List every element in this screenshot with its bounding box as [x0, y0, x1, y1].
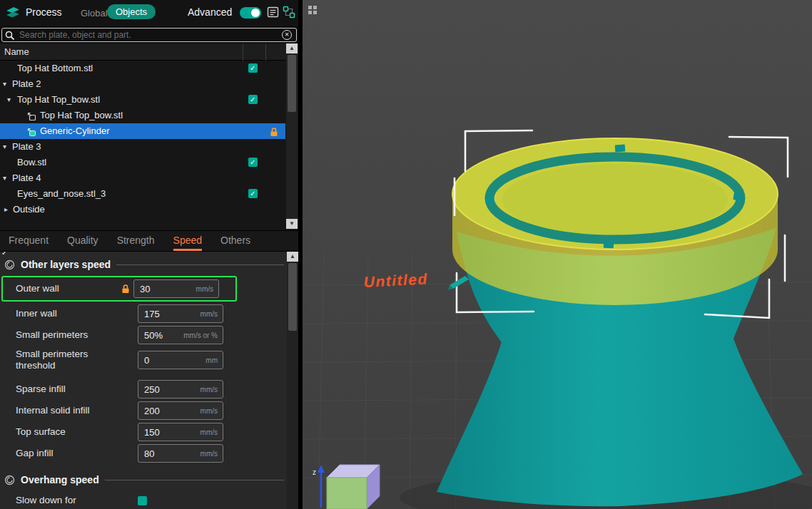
tree-column-header: Name: [0, 43, 298, 61]
scroll-up-button[interactable]: ▲: [286, 43, 298, 53]
section-overhang-speed: Overhang speed: [0, 467, 298, 490]
workflow-icon[interactable]: [283, 6, 295, 21]
advanced-label: Advanced: [188, 6, 232, 18]
param-label: Small perimeters: [16, 329, 138, 341]
plate-name-label[interactable]: Untitled: [363, 270, 469, 290]
tab-quality[interactable]: Quality: [67, 235, 98, 251]
chevron-down-icon[interactable]: ▾: [3, 139, 6, 155]
param-label: Slow down for: [16, 495, 138, 506]
param-input-box[interactable]: mm/s: [138, 444, 223, 463]
tree-item-generic-cylinder[interactable]: Generic-Cylinder: [0, 123, 285, 139]
scroll-down-button[interactable]: ▼: [286, 219, 298, 229]
param-row-sparse-infill: Sparse infill mm/s: [0, 379, 298, 400]
tree-item-label: Plate 2: [12, 76, 41, 92]
process-panel: Process Global Objects Advanced: [0, 0, 298, 509]
object-tree: Top Hat Bottom.stl ▾ Plate 2 ▾ Top Hat T…: [0, 61, 298, 230]
section-divider: [116, 264, 284, 265]
section-icon: [4, 475, 15, 485]
param-input-box[interactable]: mm/s: [133, 279, 219, 298]
tab-speed[interactable]: Speed: [173, 235, 202, 251]
mode-objects-button[interactable]: Objects: [107, 4, 156, 19]
advanced-toggle[interactable]: [240, 7, 261, 19]
scrollbar-thumb[interactable]: [288, 55, 296, 112]
slicer-app: Process Global Objects Advanced: [0, 0, 812, 509]
param-row-small-perimeters-threshold: Small perimeters threshold mm: [0, 346, 298, 374]
section-title: Overhang speed: [21, 474, 99, 485]
outer-wall-speed-input[interactable]: [134, 280, 218, 297]
speed-settings: Other layers speed Outer wall mm/s Inner: [0, 252, 298, 509]
tab-frequent[interactable]: Frequent: [9, 235, 49, 251]
param-label: Small perimeters threshold: [16, 349, 108, 371]
params-scrollbar[interactable]: ▲: [287, 252, 298, 509]
tree-empty-space: [0, 217, 298, 229]
tree-item-outside[interactable]: ▸ Outside: [0, 202, 285, 217]
param-label: Top surface: [16, 426, 138, 438]
param-label: Internal solid infill: [16, 405, 138, 416]
chevron-down-icon[interactable]: ▾: [3, 76, 6, 92]
tree-item-label: Top Hat Bottom.stl: [17, 61, 93, 76]
name-column-label: Name: [4, 46, 29, 57]
tab-strength[interactable]: Strength: [117, 235, 155, 251]
search-icon: [5, 31, 15, 41]
slow-down-checkbox[interactable]: [138, 496, 147, 505]
tree-item-label: Top Hat Top_bow.stl: [40, 108, 123, 123]
tree-item-top-hat-top-bow-part[interactable]: Top Hat Top_bow.stl: [0, 108, 285, 123]
panel-title: Process: [26, 6, 62, 18]
mode-global-button[interactable]: Global: [81, 8, 108, 19]
gap-infill-speed-input[interactable]: [138, 445, 223, 462]
search-input[interactable]: [18, 29, 275, 41]
section-other-layers-speed: Other layers speed: [0, 252, 298, 274]
search-box[interactable]: ✕: [1, 28, 297, 42]
param-row-top-surface: Top surface mm/s: [0, 421, 298, 443]
settings-tabs: Frequent Quality Strength Speed Others: [0, 230, 298, 252]
small-perimeters-threshold-input[interactable]: [138, 351, 223, 369]
print-checkbox[interactable]: [248, 189, 258, 198]
scrollbar-thumb[interactable]: [288, 263, 297, 331]
param-input-box[interactable]: mm/s or %: [138, 326, 223, 344]
print-checkbox[interactable]: [248, 95, 258, 104]
print-checkbox[interactable]: [248, 158, 258, 167]
column-divider: [265, 43, 266, 61]
sparse-infill-speed-input[interactable]: [138, 381, 223, 398]
tree-item-bow[interactable]: Bow.stl: [0, 155, 285, 170]
tree-item-eyes-and-nose[interactable]: Eyes_and_nose.stl_3: [0, 186, 285, 202]
cylinder-inner-disc: [502, 164, 728, 235]
scroll-up-button[interactable]: ▲: [287, 252, 298, 262]
section-title: Other layers speed: [21, 259, 111, 270]
chevron-down-icon[interactable]: ▾: [7, 92, 11, 108]
param-input-box[interactable]: mm/s: [138, 423, 223, 441]
tree-scrollbar[interactable]: ▲ ▼: [286, 43, 298, 229]
orientation-cube[interactable]: z: [313, 465, 380, 509]
inner-wall-speed-input[interactable]: [138, 305, 223, 322]
tree-item-plate-2[interactable]: ▾ Plate 2: [0, 76, 285, 92]
edit-pen-icon[interactable]: [448, 276, 469, 290]
top-surface-speed-input[interactable]: [138, 423, 223, 441]
tree-item-plate-3[interactable]: ▾ Plate 3: [0, 139, 285, 155]
column-divider: [243, 43, 243, 61]
tree-item-top-hat-bottom[interactable]: Top Hat Bottom.stl: [0, 61, 285, 76]
internal-solid-infill-speed-input[interactable]: [138, 402, 223, 419]
param-input-box[interactable]: mm: [138, 351, 223, 369]
plate-name-text[interactable]: Untitled: [363, 270, 428, 290]
tree-item-label: Generic-Cylinder: [40, 123, 110, 139]
tree-item-plate-4[interactable]: ▾ Plate 4: [0, 170, 285, 186]
chevron-right-icon[interactable]: ▸: [4, 202, 8, 217]
param-input-box[interactable]: mm/s: [138, 304, 223, 323]
chevron-down-icon[interactable]: ▾: [3, 170, 6, 186]
viewport-grid-icon[interactable]: [308, 6, 317, 14]
lock-icon[interactable]: [121, 284, 130, 294]
tree-item-top-hat-top-bow[interactable]: ▾ Top Hat Top_bow.stl: [0, 92, 285, 108]
print-checkbox[interactable]: [248, 63, 258, 73]
parameter-list-icon[interactable]: [267, 6, 279, 21]
tree-item-label: Top Hat Top_bow.stl: [17, 92, 100, 108]
tab-others[interactable]: Others: [220, 235, 250, 251]
param-input-box[interactable]: mm/s: [138, 401, 223, 420]
param-label: Gap infill: [16, 448, 138, 459]
param-input-box[interactable]: mm/s: [138, 380, 223, 399]
param-row-outer-wall-highlighted: Outer wall mm/s: [1, 276, 237, 302]
model-3d[interactable]: [437, 138, 803, 506]
small-perimeters-speed-input[interactable]: [138, 327, 223, 344]
section-divider: [105, 480, 284, 480]
viewport-3d[interactable]: Untitled z: [303, 0, 812, 509]
search-clear-icon[interactable]: ✕: [282, 30, 292, 40]
